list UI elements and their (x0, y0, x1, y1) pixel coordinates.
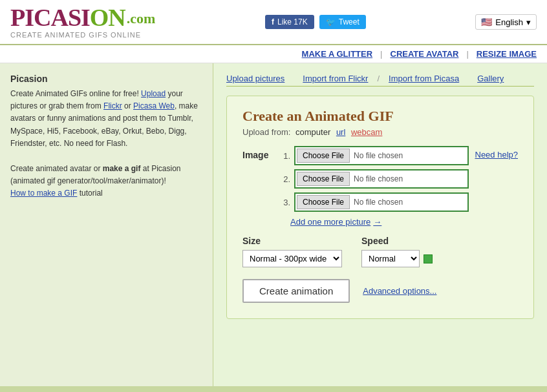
speed-row: Normal Fast Slow Very fast Very slow (361, 250, 433, 267)
upload-from-label: Upload from: (242, 127, 290, 137)
file-status-2: No file chosen (354, 174, 403, 183)
nav-sep-1: | (380, 49, 382, 59)
nav-sep-2: | (466, 49, 468, 59)
speed-select[interactable]: Normal Fast Slow Very fast Very slow (361, 250, 420, 267)
file-num-1: 1. (281, 151, 290, 161)
logo-area: PICASION .com (10, 5, 155, 30)
tabs-row: Upload pictures Import from Flickr / Imp… (226, 74, 534, 87)
how-to-gif-link[interactable]: How to make a GIF (10, 189, 77, 198)
speed-label: Speed (361, 236, 433, 246)
logo-subtitle: CREATE ANIMATED GIFS ONLINE (10, 31, 155, 39)
green-indicator (424, 254, 433, 263)
sidebar-body: Create Animated GIFs online for free! Up… (10, 88, 202, 150)
logo-dotcom: .com (127, 10, 156, 27)
speed-group: Speed Normal Fast Slow Very fast Very sl… (361, 236, 433, 267)
options-row: Size Normal - 300px wide Small - 200px w… (242, 236, 518, 267)
upload-from-row: Upload from: computer url webcam (242, 127, 518, 137)
header-social: f Like 17K 🐦 Tweet (265, 15, 366, 29)
header: PICASION .com CREATE ANIMATED GIFS ONLIN… (0, 0, 547, 45)
tab-flickr[interactable]: Import from Flickr (303, 74, 368, 83)
upload-link[interactable]: Upload (141, 89, 166, 98)
file-inputs-area: 1. Choose File No file chosen 2. C (281, 146, 518, 227)
sidebar-make-gif-bold: make a gif (103, 164, 141, 173)
sidebar: Picasion Create Animated GIFs online for… (0, 63, 213, 386)
facebook-like-button[interactable]: f Like 17K (265, 15, 314, 29)
create-row: Create animation Advanced options... (242, 279, 518, 303)
create-animation-button[interactable]: Create animation (242, 279, 350, 303)
logo-block: PICASION .com CREATE ANIMATED GIFS ONLIN… (10, 5, 155, 39)
file-status-3: No file chosen (354, 198, 403, 207)
language-selector[interactable]: 🇺🇸 English ▾ (475, 14, 537, 30)
main-layout: Picasion Create Animated GIFs online for… (0, 63, 547, 386)
file-status-1: No file chosen (354, 151, 403, 160)
make-glitter-link[interactable]: MAKE A GLITTER (302, 49, 373, 59)
tab-upload[interactable]: Upload pictures (226, 74, 284, 83)
tweet-label: Tweet (339, 17, 359, 26)
file-inputs-with-help: 1. Choose File No file chosen 2. C (281, 146, 518, 216)
source-url-link[interactable]: url (336, 127, 345, 137)
header-right: 🇺🇸 English ▾ (475, 14, 537, 30)
file-input-1[interactable]: Choose File No file chosen (294, 146, 469, 165)
language-label: English (495, 17, 523, 27)
sidebar-title: Picasion (10, 74, 202, 84)
fb-like-label: Like 17K (277, 17, 308, 26)
create-gif-form: Create an Animated GIF Upload from: comp… (226, 96, 534, 319)
logo-text: PICASION (10, 5, 125, 30)
sidebar-text-or: or (122, 101, 133, 110)
tab-slash: / (377, 74, 380, 83)
sidebar-text-1: Create Animated GIFs online for free! (10, 89, 141, 98)
create-avatar-link[interactable]: CREATE AVATAR (391, 49, 459, 59)
choose-file-btn-1[interactable]: Choose File (297, 149, 350, 163)
add-more-arrow: → (373, 217, 381, 227)
source-webcam-link[interactable]: webcam (351, 127, 382, 137)
size-label: Size (242, 236, 342, 246)
resize-image-link[interactable]: RESIZE IMAGE (477, 49, 537, 59)
add-more-link[interactable]: Add one more picture → (290, 217, 518, 227)
add-more-text: Add one more picture (290, 217, 370, 227)
tab-gallery[interactable]: Gallery (477, 74, 504, 83)
file-inputs-list: 1. Choose File No file chosen 2. C (281, 146, 469, 216)
source-computer-link[interactable]: computer (295, 127, 330, 137)
nav-bar: MAKE A GLITTER | CREATE AVATAR | RESIZE … (0, 45, 547, 63)
advanced-options-link[interactable]: Advanced options... (363, 286, 436, 296)
twitter-icon: 🐦 (326, 17, 336, 26)
file-row-3: 3. Choose File No file chosen (281, 192, 469, 212)
flickr-link[interactable]: Flickr (103, 101, 122, 110)
facebook-icon: f (272, 17, 274, 26)
choose-file-btn-3[interactable]: Choose File (297, 195, 350, 209)
content-area: Upload pictures Import from Flickr / Imp… (213, 63, 547, 386)
size-select[interactable]: Normal - 300px wide Small - 200px wide L… (242, 250, 342, 267)
file-input-2[interactable]: Choose File No file chosen (294, 169, 469, 189)
file-num-3: 3. (281, 198, 290, 207)
need-help-link[interactable]: Need help? (475, 150, 519, 160)
size-group: Size Normal - 300px wide Small - 200px w… (242, 236, 342, 267)
form-title: Create an Animated GIF (242, 108, 518, 125)
file-row-2: 2. Choose File No file chosen (281, 169, 469, 189)
tweet-button[interactable]: 🐦 Tweet (319, 15, 366, 29)
sidebar-bottom-1: Create animated avatar or (10, 164, 103, 173)
file-row-1: 1. Choose File No file chosen (281, 146, 469, 165)
sidebar-tutorial-text: tutorial (77, 189, 102, 198)
picasa-link[interactable]: Picasa Web (133, 101, 175, 110)
chevron-down-icon: ▾ (526, 17, 531, 27)
choose-file-btn-2[interactable]: Choose File (297, 172, 350, 186)
tab-picasa[interactable]: Import from Picasa (389, 74, 459, 83)
flag-icon: 🇺🇸 (481, 17, 492, 27)
sidebar-bottom: Create animated avatar or make a gif at … (10, 163, 202, 200)
file-input-3[interactable]: Choose File No file chosen (294, 192, 469, 212)
file-num-2: 2. (281, 174, 290, 184)
image-label: Image (242, 150, 281, 160)
image-section: Image 1. Choose File No file chosen (242, 146, 518, 227)
